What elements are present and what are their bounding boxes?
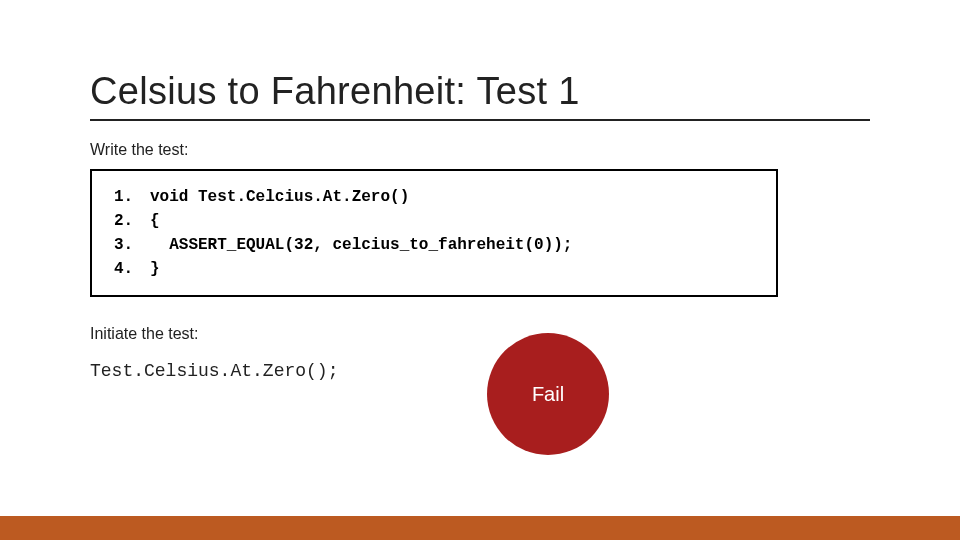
- code-text: void Test.Celcius.At.Zero(): [150, 185, 409, 209]
- code-line: 2. {: [114, 209, 754, 233]
- status-badge: Fail: [487, 333, 609, 455]
- code-text: ASSERT_EQUAL(32, celcius_to_fahreheit(0)…: [150, 233, 572, 257]
- code-block: 1. void Test.Celcius.At.Zero() 2. { 3. A…: [90, 169, 778, 297]
- initiate-test-label: Initiate the test:: [90, 325, 470, 343]
- fail-label: Fail: [532, 383, 564, 406]
- write-test-label: Write the test:: [90, 141, 870, 159]
- line-number: 1.: [114, 185, 150, 209]
- code-text: {: [150, 209, 160, 233]
- line-number: 3.: [114, 233, 150, 257]
- footer-accent-bar: [0, 516, 960, 540]
- test-call-text: Test.Celsius.At.Zero();: [90, 361, 470, 381]
- fail-icon: Fail: [487, 333, 609, 455]
- code-text: }: [150, 257, 160, 281]
- code-line: 4. }: [114, 257, 754, 281]
- code-line: 1. void Test.Celcius.At.Zero(): [114, 185, 754, 209]
- code-line: 3. ASSERT_EQUAL(32, celcius_to_fahreheit…: [114, 233, 754, 257]
- slide-title: Celsius to Fahrenheit: Test 1: [90, 70, 870, 121]
- line-number: 2.: [114, 209, 150, 233]
- line-number: 4.: [114, 257, 150, 281]
